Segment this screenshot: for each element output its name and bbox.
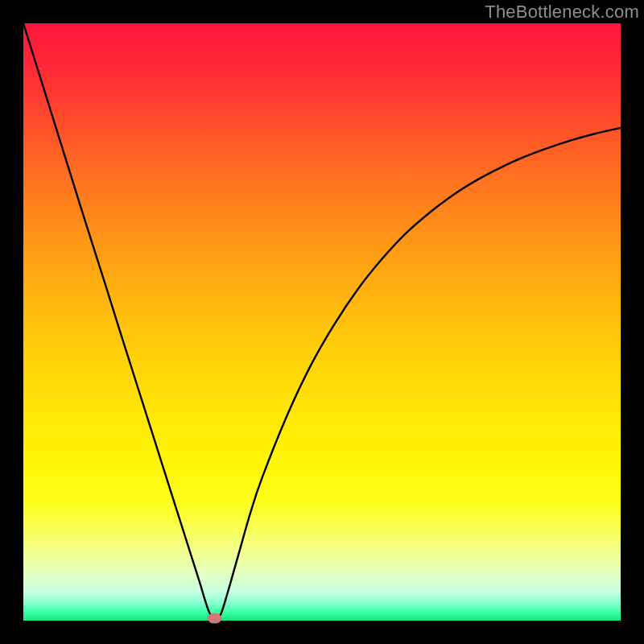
plot-area (23, 23, 621, 621)
minimum-marker-dot (207, 613, 221, 624)
watermark-label: TheBottleneck.com (485, 2, 639, 23)
chart-frame (23, 23, 621, 621)
curve-path (23, 23, 621, 618)
bottleneck-curve (23, 23, 621, 621)
